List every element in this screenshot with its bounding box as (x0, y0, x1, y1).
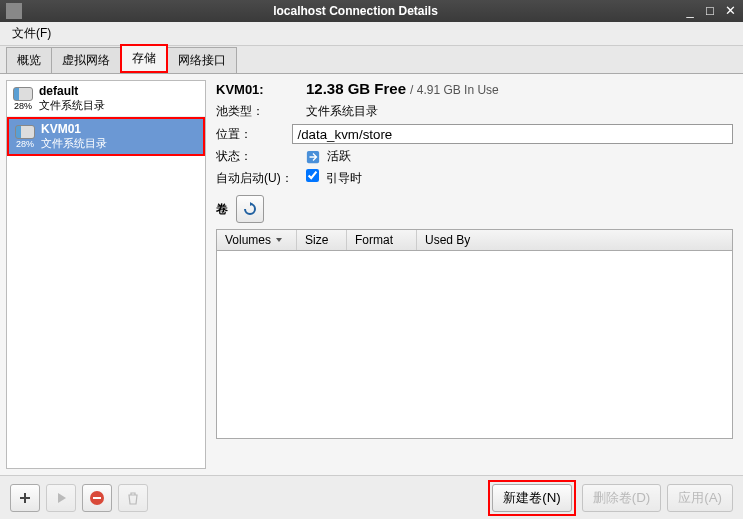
refresh-button[interactable] (236, 195, 264, 223)
free-space-text: 12.38 GB Free (306, 80, 406, 97)
pool-type-label: 池类型： (216, 103, 306, 120)
state-label: 状态： (216, 148, 306, 165)
state-value: 活跃 (306, 148, 733, 165)
location-input[interactable] (292, 124, 733, 144)
location-label: 位置： (216, 126, 292, 143)
column-header-volumes[interactable]: Volumes (217, 230, 297, 250)
play-icon (54, 491, 68, 505)
pool-subtitle-label: 文件系统目录 (39, 98, 105, 113)
pool-item-kvm01[interactable]: 28% KVM01 文件系统目录 (7, 117, 205, 156)
autostart-cb-label: 引导时 (326, 171, 362, 185)
plus-icon (18, 491, 32, 505)
pool-subtitle-label: 文件系统目录 (41, 136, 107, 151)
stop-icon (89, 490, 105, 506)
refresh-icon (242, 201, 258, 217)
storage-details-panel: KVM01: 12.38 GB Free / 4.91 GB In Use 池类… (206, 74, 743, 475)
trash-icon (126, 491, 140, 505)
storage-pool-sidebar: 28% default 文件系统目录 28% KVM01 文件系统目录 (6, 80, 206, 469)
pool-item-default[interactable]: 28% default 文件系统目录 (7, 81, 205, 117)
tab-virtual-networks[interactable]: 虚拟网络 (51, 47, 121, 73)
app-icon (6, 3, 22, 19)
pool-name-label: KVM01 (41, 122, 107, 136)
window-title: localhost Connection Details (28, 4, 683, 18)
pool-name-label: default (39, 84, 105, 98)
stop-pool-button[interactable] (82, 484, 112, 512)
apply-button[interactable]: 应用(A) (667, 484, 733, 512)
autostart-label: 自动启动(U)： (216, 170, 306, 187)
delete-volume-button[interactable]: 删除卷(D) (582, 484, 662, 512)
close-button[interactable]: ✕ (723, 4, 737, 18)
new-volume-button[interactable]: 新建卷(N) (492, 484, 572, 512)
pool-title: KVM01: (216, 82, 306, 97)
chevron-down-icon (275, 236, 283, 244)
volumes-table: Volumes Size Format Used By (216, 229, 733, 439)
tab-storage[interactable]: 存储 (120, 44, 168, 73)
svg-rect-2 (93, 497, 101, 499)
tab-network-interfaces[interactable]: 网络接口 (167, 47, 237, 73)
column-header-format[interactable]: Format (347, 230, 417, 250)
add-pool-button[interactable] (10, 484, 40, 512)
tab-overview[interactable]: 概览 (6, 47, 52, 73)
active-state-icon (306, 150, 320, 164)
start-pool-button[interactable] (46, 484, 76, 512)
volumes-section-label: 卷 (216, 201, 228, 218)
autostart-checkbox[interactable] (306, 169, 319, 182)
maximize-button[interactable]: □ (703, 4, 717, 18)
in-use-text: / 4.91 GB In Use (410, 83, 499, 97)
delete-pool-button[interactable] (118, 484, 148, 512)
column-header-usedby[interactable]: Used By (417, 230, 732, 250)
minimize-button[interactable]: _ (683, 4, 697, 18)
pool-type-value: 文件系统目录 (306, 103, 733, 120)
pool-usage-meter: 28% (13, 124, 37, 150)
pool-usage-meter: 28% (11, 86, 35, 112)
column-header-size[interactable]: Size (297, 230, 347, 250)
menu-file[interactable]: 文件(F) (8, 23, 55, 44)
